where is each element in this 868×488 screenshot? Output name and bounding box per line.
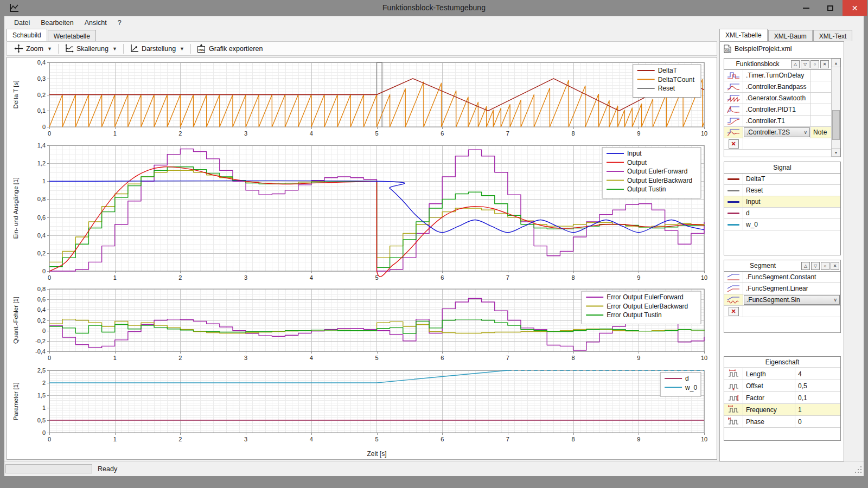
segment-combobox[interactable]: .FuncSegment.Sin∨ xyxy=(744,295,840,305)
funktionsblock-name: .Generator.Sawtooth xyxy=(743,93,810,104)
signal-box: SignalDeltaTResetInputdw_0 xyxy=(724,162,841,255)
x-tick-label: 2 xyxy=(178,274,182,281)
y-tick-label: 2 xyxy=(42,380,46,386)
funktionsblock-row[interactable]: .Generator.Sawtooth xyxy=(724,93,831,104)
funktionsblock-row[interactable]: .Controller.PIDT1 xyxy=(724,104,831,115)
close-button[interactable]: ✕ xyxy=(843,0,867,16)
header-circle-button[interactable]: ○ xyxy=(810,60,819,68)
signal-name: Input xyxy=(743,196,840,207)
legend-label: Input xyxy=(627,150,642,157)
signal-color-swatch xyxy=(727,213,739,214)
frequency-icon xyxy=(727,405,739,414)
minimize-icon xyxy=(803,8,809,9)
segment-row[interactable]: .FuncSegment.Sin∨ xyxy=(724,294,840,306)
funktionsblock-scrollbar[interactable]: ▲▼ xyxy=(831,59,840,157)
tab-wertetabelle[interactable]: Wertetabelle xyxy=(48,30,96,41)
factor-icon xyxy=(727,393,739,402)
funktionsblock-row[interactable]: .Controller.T1 xyxy=(724,115,831,127)
eigenschaft-value[interactable]: 1 xyxy=(795,404,840,415)
eigenschaft-row[interactable]: Offset0,5 xyxy=(724,380,840,392)
toolbar-button-grafik-exportieren[interactable]: PNGGrafik exportieren xyxy=(193,43,266,54)
menu-item-ansicht[interactable]: Ansicht xyxy=(79,17,112,28)
header-down-button[interactable]: ▽ xyxy=(801,60,809,68)
progress-bar xyxy=(5,464,92,473)
eigenschaft-header: Eigenschaft xyxy=(724,357,840,368)
legend-label: DeltaT xyxy=(658,67,678,74)
funktionsblock-combobox[interactable]: .Controller.T2S∨ xyxy=(744,127,810,137)
x-tick-label: 4 xyxy=(310,355,313,361)
segment-row[interactable]: .FuncSegment.Constant xyxy=(724,272,840,283)
eigenschaft-value[interactable]: 0,1 xyxy=(795,392,840,403)
status-text: Ready xyxy=(98,465,117,473)
funktionsblock-note-cell[interactable]: Note xyxy=(810,127,831,138)
toolbar-button-darstellung[interactable]: Darstellung▼ xyxy=(126,43,188,54)
signal-row[interactable]: w_0 xyxy=(724,219,840,230)
legend-label: Error Output EulerBackward xyxy=(607,303,688,310)
scroll-thumb[interactable] xyxy=(832,110,840,140)
menu-item-datei[interactable]: Datei xyxy=(9,17,35,28)
signal-row[interactable]: DeltaT xyxy=(724,174,840,185)
y-tick-label: 0,6 xyxy=(37,296,46,303)
toolbar-label: Grafik exportieren xyxy=(209,45,263,53)
menu-item-bearbeiten[interactable]: Bearbeiten xyxy=(35,17,79,28)
header-up-button[interactable]: △ xyxy=(801,262,810,270)
eigenschaft-row[interactable]: Factor0,1 xyxy=(724,392,840,404)
y-axis-label: Parameter [1] xyxy=(12,383,19,421)
menu-item-help[interactable]: ? xyxy=(112,17,127,28)
resize-grip[interactable] xyxy=(855,466,863,474)
signal-row[interactable]: Reset xyxy=(724,185,840,196)
scroll-down-button[interactable]: ▼ xyxy=(832,148,840,157)
maximize-button[interactable] xyxy=(818,0,843,16)
y-tick-label: 1 xyxy=(42,178,46,184)
empty-cell xyxy=(743,306,840,317)
tab-xml-text[interactable]: XML-Text xyxy=(813,30,853,41)
y-tick-label: 1,4 xyxy=(37,142,46,149)
toolbar: Zoom▼Skalierung▼Darstellung▼PNGGrafik ex… xyxy=(7,41,717,56)
eigenschaft-value[interactable]: 0,5 xyxy=(795,380,840,391)
eigenschaft-row[interactable]: Phase0 xyxy=(724,416,840,428)
signal-row[interactable]: Input xyxy=(724,196,840,208)
xml-file-row[interactable]: XML BeispielProjekt.xml xyxy=(723,44,792,53)
scroll-up-button[interactable]: ▲ xyxy=(832,59,840,67)
segment-row-icon xyxy=(724,294,743,305)
funktionsblock-row[interactable]: .Controller.Bandpass xyxy=(724,81,831,93)
x-tick-label: 4 xyxy=(310,274,313,281)
header-delete-button[interactable]: ✕ xyxy=(831,262,839,270)
header-down-button[interactable]: ▽ xyxy=(811,262,820,270)
x-tick-label: 1 xyxy=(113,130,117,137)
eigenschaft-value[interactable]: 0 xyxy=(795,416,840,427)
toolbar-button-skalierung[interactable]: Skalierung▼ xyxy=(61,43,121,54)
eigenschaft-name: Phase xyxy=(743,416,795,427)
offset-icon xyxy=(727,381,739,390)
seg-sin-icon xyxy=(726,296,741,304)
seg-constant-icon xyxy=(726,273,741,281)
x-tick-label: 1 xyxy=(113,436,117,442)
header-circle-button[interactable]: ○ xyxy=(821,262,829,270)
delete-row-button[interactable]: ✕ xyxy=(729,307,739,316)
eigenschaft-row[interactable]: Frequency1 xyxy=(724,404,840,416)
header-up-button[interactable]: △ xyxy=(791,60,800,68)
y-tick-label: -0,2 xyxy=(35,338,46,344)
funktionsblock-note-cell xyxy=(810,104,831,115)
tab-xml-baum[interactable]: XML-Baum xyxy=(768,30,813,41)
toolbar-button-zoom[interactable]: Zoom▼ xyxy=(10,43,56,54)
eigenschaft-row[interactable]: Length4 xyxy=(724,368,840,380)
minimize-button[interactable] xyxy=(794,0,818,16)
titlebar[interactable]: Funktionsblock-Testumgebung ✕ xyxy=(0,0,868,16)
header-delete-button[interactable]: ✕ xyxy=(820,60,829,68)
svg-text:XML: XML xyxy=(725,49,730,52)
funktionsblock-row[interactable]: .Controller.T2S∨Note xyxy=(724,127,831,138)
tab-xml-tabelle[interactable]: XML-Tabelle xyxy=(719,29,768,41)
toolbar-label: Skalierung xyxy=(76,45,108,53)
x-tick-label: 9 xyxy=(637,274,640,281)
funktionsblock-name: .Controller.T1 xyxy=(743,115,810,126)
delete-row-button[interactable]: ✕ xyxy=(729,139,739,149)
bandpass-icon xyxy=(726,82,741,91)
segment-row[interactable]: .FuncSegment.Linear xyxy=(724,283,840,294)
funktionsblock-row[interactable]: .Timer.TurnOnDelay xyxy=(724,70,831,81)
tab-schaubild[interactable]: Schaubild xyxy=(7,29,47,41)
legend: InputOutputOutput EulerForwardOutput Eul… xyxy=(602,147,701,198)
eigenschaft-value[interactable]: 4 xyxy=(795,368,840,380)
signal-row[interactable]: d xyxy=(724,208,840,219)
chart-1: 01234567891000,10,20,30,4Delta T [s]Delt… xyxy=(7,57,716,139)
